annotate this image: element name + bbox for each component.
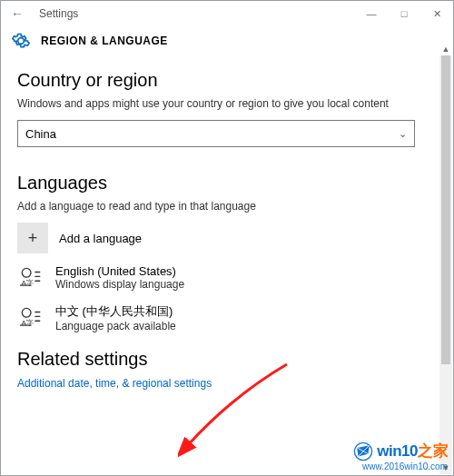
page-title: REGION & LANGUAGE [41,35,168,47]
add-language-button[interactable]: + Add a language [17,223,437,253]
region-description: Windows and apps might use your country … [17,96,437,111]
svg-text:A字: A字 [21,320,33,328]
country-selected-value: China [25,127,56,141]
language-note: Language pack available [55,320,176,332]
window-titlebar: ← Settings — □ ✕ [1,1,453,26]
language-globe-icon: A字 [17,306,44,330]
app-title: Settings [39,7,78,20]
scroll-down-arrow[interactable]: ▼ [439,461,452,474]
minimize-button[interactable]: — [355,8,388,19]
language-note: Windows display language [55,278,184,291]
related-heading: Related settings [17,349,437,370]
country-dropdown[interactable]: China ⌄ [17,120,415,147]
close-button[interactable]: ✕ [420,8,453,20]
svg-point-0 [22,268,31,277]
content-pane: Country or region Windows and apps might… [1,61,453,461]
window-controls: — □ ✕ [355,1,453,26]
region-heading: Country or region [17,70,437,91]
language-item-english[interactable]: A字 English (United States) Windows displ… [17,264,437,291]
language-name: English (United States) [55,264,184,278]
scroll-up-arrow[interactable]: ▲ [439,43,452,55]
back-button[interactable]: ← [1,6,34,21]
languages-description: Add a language to read and type in that … [17,199,437,213]
additional-regional-settings-link[interactable]: Additional date, time, & regional settin… [17,377,437,390]
svg-text:A字: A字 [21,279,33,287]
language-globe-icon: A字 [17,266,44,290]
language-item-chinese[interactable]: A字 中文 (中华人民共和国) Language pack available [17,303,437,332]
svg-point-2 [22,309,31,318]
page-header: REGION & LANGUAGE [1,26,453,61]
chevron-down-icon: ⌄ [399,128,407,140]
plus-icon: + [17,223,48,253]
watermark-url: www.2016win10.com [362,461,448,471]
maximize-button[interactable]: □ [388,8,420,19]
language-name: 中文 (中华人民共和国) [55,303,176,320]
languages-heading: Languages [17,173,437,193]
add-language-label: Add a language [59,232,142,245]
gear-icon [12,32,30,50]
